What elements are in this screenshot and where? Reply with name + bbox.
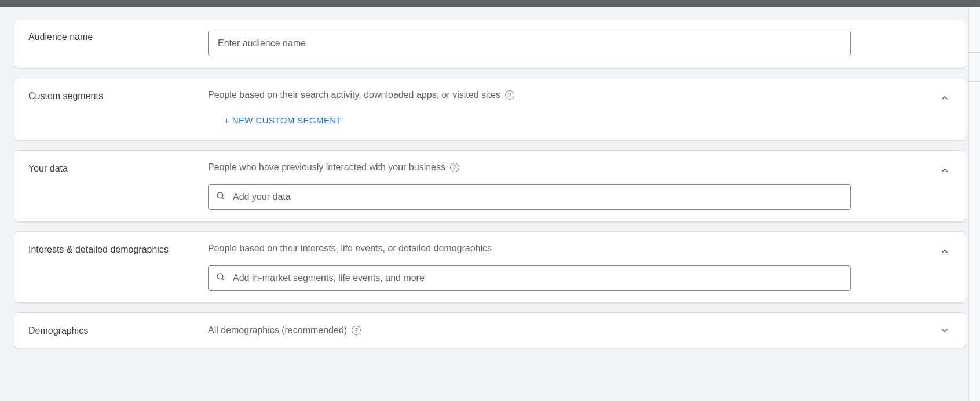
collapse-toggle[interactable] <box>938 163 952 177</box>
svg-point-2 <box>217 274 223 279</box>
expand-toggle[interactable] <box>938 323 952 337</box>
your-data-description-text: People who have previously interacted wi… <box>208 162 445 173</box>
custom-segments-description: People based on their search activity, d… <box>208 90 952 100</box>
your-data-search[interactable] <box>208 184 851 210</box>
chevron-up-icon <box>939 246 950 257</box>
collapse-toggle[interactable] <box>938 91 952 105</box>
search-icon <box>215 272 226 285</box>
audience-name-input[interactable] <box>208 31 851 56</box>
interests-description: People based on their interests, life ev… <box>208 243 952 254</box>
interests-card: Interests & detailed demographics People… <box>14 231 966 303</box>
new-custom-segment-button[interactable]: + NEW CUSTOM SEGMENT <box>222 112 344 129</box>
interests-label: Interests & detailed demographics <box>28 243 208 255</box>
page-content: Audience name Custom segments People bas… <box>0 7 980 381</box>
custom-segments-card: Custom segments People based on their se… <box>14 78 966 141</box>
scrollbar-mark <box>969 52 980 53</box>
scrollbar-mark <box>969 81 980 82</box>
demographics-description: All demographics (recommended) ? <box>208 325 952 336</box>
svg-line-1 <box>222 197 224 199</box>
your-data-description: People who have previously interacted wi… <box>208 162 952 173</box>
chevron-up-icon <box>939 165 950 176</box>
interests-search-input[interactable] <box>232 266 843 290</box>
help-icon[interactable]: ? <box>450 163 459 172</box>
svg-line-3 <box>222 278 224 280</box>
interests-search[interactable] <box>208 265 851 291</box>
svg-point-0 <box>217 192 223 198</box>
demographics-card: Demographics All demographics (recommend… <box>14 312 966 348</box>
scrollbar-track[interactable] <box>968 7 980 381</box>
help-icon[interactable]: ? <box>352 326 361 335</box>
chevron-up-icon <box>939 93 950 103</box>
audience-name-label: Audience name <box>28 31 208 42</box>
collapse-toggle[interactable] <box>938 245 952 258</box>
search-icon <box>215 191 226 203</box>
your-data-card: Your data People who have previously int… <box>14 150 966 222</box>
custom-segments-label: Custom segments <box>28 90 208 101</box>
demographics-description-text: All demographics (recommended) <box>208 325 347 336</box>
demographics-label: Demographics <box>28 325 208 336</box>
custom-segments-description-text: People based on their search activity, d… <box>208 90 500 100</box>
header-bar <box>0 0 980 7</box>
your-data-search-input[interactable] <box>232 185 843 209</box>
audience-name-card: Audience name <box>14 19 966 68</box>
interests-description-text: People based on their interests, life ev… <box>208 243 492 254</box>
your-data-label: Your data <box>28 162 208 174</box>
help-icon[interactable]: ? <box>505 90 514 100</box>
chevron-down-icon <box>939 325 950 336</box>
